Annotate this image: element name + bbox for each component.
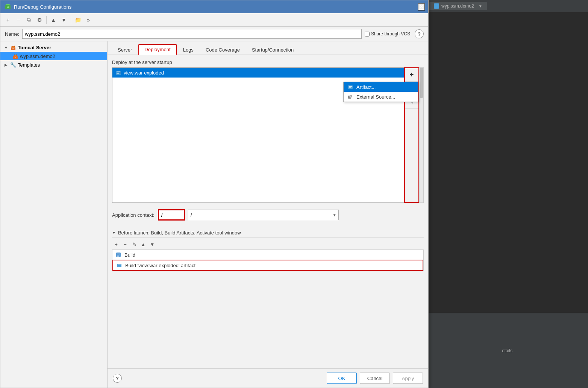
svg-point-6 — [12, 46, 13, 47]
tabs-bar: Server Deployment Logs Code Coverage Sta… — [108, 41, 428, 55]
folder-button[interactable]: 📁 — [73, 15, 82, 24]
sidebar-child-demo2[interactable]: wyp.ssm.demo2 — [0, 52, 107, 60]
main-content: Tomcat Server wyp.ssm.demo2 — [0, 41, 428, 388]
context-field-label: Application context: — [112, 212, 155, 218]
before-launch-list: Build Build 'view:war exploded' artifac — [112, 250, 424, 271]
svg-point-7 — [14, 46, 15, 47]
cancel-button[interactable]: Cancel — [360, 373, 390, 384]
more-options-button[interactable]: » — [84, 15, 93, 24]
svg-rect-16 — [117, 73, 119, 74]
svg-rect-26 — [117, 254, 120, 254]
details-text: etails — [502, 348, 512, 353]
svg-rect-8 — [12, 48, 14, 49]
right-panel: Server Deployment Logs Code Coverage Sta… — [108, 41, 428, 388]
dropdown-external-source-item[interactable]: External Source... — [344, 92, 418, 102]
context-row: Application context: / / ▼ — [112, 207, 424, 223]
svg-rect-28 — [117, 256, 119, 257]
deploy-scrollbar[interactable] — [419, 67, 424, 203]
tab-code-coverage[interactable]: Code Coverage — [200, 45, 246, 55]
toolbar-separator-2 — [71, 16, 71, 24]
tab-server[interactable]: Server — [112, 45, 138, 55]
build-icon — [115, 252, 121, 258]
templates-label: Templates — [18, 62, 40, 68]
remove-config-button[interactable]: − — [14, 15, 23, 24]
svg-rect-15 — [117, 72, 120, 72]
toolbar-separator-1 — [46, 16, 47, 24]
before-launch-header: ▼ Before launch: Build, Build Artifacts,… — [112, 228, 424, 237]
editor-tab-bar: wyp.ssm.demo2 ▼ — [426, 0, 588, 12]
artifact-build-icon — [116, 262, 122, 268]
sidebar-section-tomcat: Tomcat Server wyp.ssm.demo2 — [0, 43, 107, 60]
share-vcs-label: Share through VCS — [365, 31, 410, 37]
sidebar-item-templates[interactable]: 🔧 Templates — [0, 60, 107, 69]
tab-file-icon — [434, 3, 439, 9]
dialog-title-bar: Run/Debug Configurations × — [0, 0, 428, 13]
war-exploded-icon — [115, 70, 121, 76]
bl-down-button[interactable]: ▼ — [148, 240, 156, 248]
copy-config-button[interactable]: ⧉ — [24, 15, 33, 24]
svg-rect-30 — [118, 265, 121, 265]
title-bar-left: Run/Debug Configurations — [5, 4, 71, 10]
bl-artifact-label: Build 'view:war exploded' artifact — [125, 263, 195, 268]
bl-item-artifact[interactable]: Build 'view:war exploded' artifact — [112, 260, 423, 271]
add-config-button[interactable]: + — [3, 15, 12, 24]
context-select-wrapper: / ▼ — [188, 210, 339, 220]
move-up-button[interactable]: ▲ — [49, 15, 58, 24]
svg-rect-20 — [349, 87, 351, 88]
apply-button[interactable]: Apply — [393, 373, 423, 384]
deploy-area: view:war exploded + — [112, 67, 424, 203]
bl-item-build[interactable]: Build — [112, 250, 423, 260]
bl-add-button[interactable]: + — [112, 240, 120, 248]
tomcat-expand-arrow — [3, 45, 9, 50]
tomcat-server-icon — [10, 44, 16, 50]
bl-up-button[interactable]: ▲ — [139, 240, 147, 248]
left-sidebar: Tomcat Server wyp.ssm.demo2 — [0, 41, 108, 388]
settings-button[interactable]: ⚙ — [35, 15, 44, 24]
before-launch-arrow-icon: ▼ — [112, 231, 116, 235]
details-panel: etails — [426, 313, 588, 388]
deploy-side-buttons: + — [404, 67, 419, 203]
tomcat-server-label: Tomcat Server — [18, 45, 51, 50]
context-value-display: / — [158, 210, 185, 220]
name-field-label: Name: — [5, 31, 19, 37]
toolbar: + − ⧉ ⚙ ▲ ▼ 📁 » — [0, 13, 428, 27]
war-item-label: view:war exploded — [124, 70, 164, 76]
svg-rect-13 — [15, 57, 16, 58]
dialog-help-button[interactable]: ? — [113, 374, 122, 383]
demo2-icon — [12, 53, 18, 59]
svg-point-3 — [8, 6, 9, 8]
dialog-icon — [5, 4, 11, 10]
editor-tab[interactable]: wyp.ssm.demo2 ▼ — [429, 2, 487, 10]
share-vcs-checkbox[interactable] — [365, 32, 370, 37]
scroll-thumb — [420, 68, 423, 98]
svg-point-12 — [16, 55, 17, 56]
close-button[interactable]: × — [418, 3, 425, 11]
dialog-title: Run/Debug Configurations — [14, 4, 71, 10]
name-input[interactable] — [22, 29, 362, 39]
svg-rect-29 — [117, 264, 121, 267]
vcs-help-button[interactable]: ? — [415, 29, 424, 38]
artifact-icon — [347, 84, 353, 90]
deploy-list-item-war[interactable]: view:war exploded — [112, 68, 404, 78]
context-select[interactable]: / — [188, 210, 339, 220]
bl-remove-button[interactable]: − — [121, 240, 129, 248]
svg-rect-31 — [118, 266, 120, 266]
ok-button[interactable]: OK — [327, 373, 357, 384]
before-launch-section: ▼ Before launch: Build, Build Artifacts,… — [112, 228, 424, 271]
bl-build-label: Build — [124, 252, 135, 258]
move-down-button[interactable]: ▼ — [59, 15, 68, 24]
deploy-add-button[interactable]: + — [405, 68, 418, 82]
bl-edit-button[interactable]: ✎ — [130, 240, 138, 248]
tab-startup-connection[interactable]: Startup/Connection — [246, 45, 299, 55]
external-source-icon — [347, 94, 353, 100]
svg-rect-18 — [348, 85, 353, 89]
add-dropdown-menu: Artifact... — [343, 82, 418, 102]
sidebar-item-tomcat-server[interactable]: Tomcat Server — [0, 43, 107, 52]
tab-deployment[interactable]: Deployment — [138, 44, 176, 55]
svg-marker-1 — [6, 4, 10, 5]
name-row: Name: Share through VCS ? — [0, 27, 428, 41]
tab-logs[interactable]: Logs — [177, 45, 199, 55]
dropdown-artifact-item[interactable]: Artifact... — [344, 82, 418, 92]
editor-tab-label: wyp.ssm.demo2 — [441, 3, 474, 9]
deployment-content: Deploy at the server startup — [108, 55, 428, 368]
